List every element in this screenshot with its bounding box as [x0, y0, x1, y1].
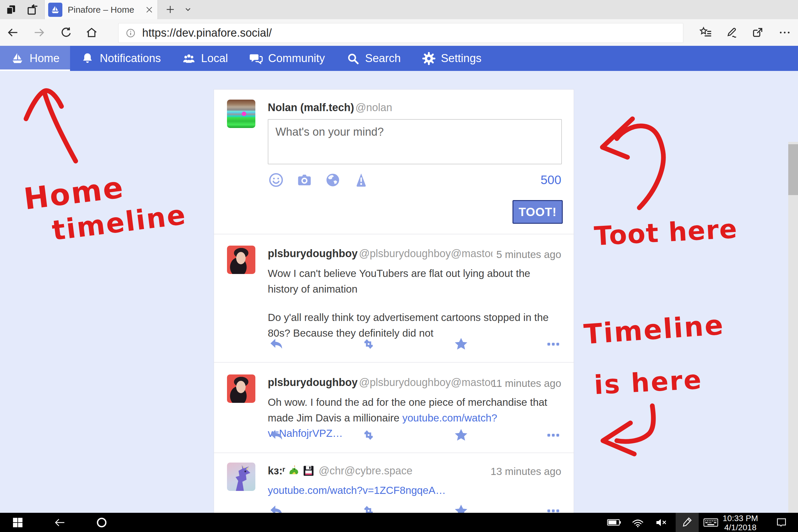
post-handle: @chr@cybre.space	[319, 464, 412, 477]
nav-item-home[interactable]: Home	[0, 46, 70, 71]
scrollbar-thumb[interactable]	[788, 144, 798, 195]
post-actions	[268, 336, 562, 353]
share-icon[interactable]	[751, 26, 764, 39]
gear-icon	[422, 52, 436, 65]
nav-label: Search	[365, 52, 400, 65]
battery-icon[interactable]	[605, 513, 623, 532]
compose-display-name: Nolan (malf.tech)	[268, 101, 354, 114]
char-count: 500	[540, 173, 561, 187]
clock-time: 10:33 PM	[717, 514, 764, 523]
divider	[214, 234, 574, 234]
muted-speaker-icon[interactable]	[653, 513, 671, 532]
screen: Pinafore – Home https://de	[0, 0, 798, 532]
chat-bubbles-icon	[249, 52, 263, 65]
post-timestamp[interactable]: 13 minutes ago	[491, 466, 561, 477]
avatar[interactable]	[227, 100, 255, 128]
post-handle: @plsburydoughboy@mastodon.s…	[359, 376, 492, 388]
nav-item-notifications[interactable]: Notifications	[70, 46, 171, 71]
browser-tab-bar: Pinafore – Home	[0, 0, 798, 19]
globe-visibility-icon[interactable]	[324, 172, 341, 188]
divider	[214, 453, 574, 453]
back-icon[interactable]	[50, 513, 69, 532]
new-tab-icon[interactable]	[163, 2, 177, 17]
avatar[interactable]	[227, 462, 255, 491]
post-display-name[interactable]: plsburydoughboy	[268, 376, 358, 388]
nav-item-search[interactable]: Search	[336, 46, 411, 71]
post-display-name[interactable]: plsburydoughboy	[268, 247, 358, 260]
post-paragraph: Wow I can't believe YouTubers are flat o…	[268, 266, 563, 297]
info-icon[interactable]	[125, 27, 136, 39]
windows-logo-icon[interactable]	[8, 513, 27, 532]
scrollbar[interactable]	[788, 142, 798, 532]
nav-item-local[interactable]: Local	[171, 46, 239, 71]
avatar[interactable]	[227, 246, 255, 274]
post-display-name[interactable]: kɜ:ʳ	[268, 464, 285, 477]
nav-label: Notifications	[100, 52, 161, 65]
reply-icon[interactable]	[268, 336, 285, 353]
pinafore-nav: Home Notifications Local Community Searc…	[0, 46, 798, 72]
tab-title: Pinafore – Home	[68, 5, 143, 15]
url-text[interactable]: https://dev.pinafore.social/	[142, 26, 272, 39]
taskbar-clock[interactable]: 10:33 PM 4/1/2018	[717, 514, 764, 532]
set-tabs-aside-icon[interactable]	[25, 3, 39, 17]
back-icon[interactable]	[6, 26, 19, 39]
forward-icon[interactable]	[33, 26, 46, 39]
avatar[interactable]	[227, 375, 255, 403]
search-icon	[346, 52, 360, 65]
dragon-emoji	[288, 464, 300, 478]
chevron-down-icon[interactable]	[181, 2, 195, 17]
nav-label: Settings	[441, 52, 481, 65]
page-background: Nolan (malf.tech) @nolan	[0, 71, 798, 513]
compose-handle: @nolan	[355, 101, 392, 114]
post-link[interactable]: youtube.com/watch?v=1ZCF8ngqeA…	[268, 484, 446, 496]
emoji-icon[interactable]	[268, 172, 284, 188]
clock-date: 4/1/2018	[717, 523, 764, 532]
refresh-icon[interactable]	[59, 26, 73, 39]
post-body: Wow I can't believe YouTubers are flat o…	[268, 266, 563, 341]
more-options-icon[interactable]	[545, 426, 562, 444]
more-options-icon[interactable]	[545, 336, 562, 353]
divider	[214, 362, 574, 363]
camera-icon[interactable]	[296, 172, 313, 188]
nav-label: Local	[201, 52, 228, 65]
boost-icon[interactable]	[360, 426, 377, 444]
nav-label: Community	[268, 52, 325, 65]
nav-label: Home	[30, 52, 59, 65]
pinafore-favicon	[48, 3, 62, 17]
sailboat-icon	[11, 52, 24, 65]
cortana-icon[interactable]	[92, 513, 111, 532]
web-note-pen-icon[interactable]	[725, 26, 739, 39]
close-icon[interactable]	[143, 3, 156, 16]
timeline-column: Nolan (malf.tech) @nolan	[214, 89, 574, 532]
people-icon	[182, 52, 196, 65]
favorite-star-icon[interactable]	[453, 426, 470, 444]
favorites-hub-icon[interactable]	[699, 26, 712, 39]
more-icon[interactable]	[778, 26, 792, 39]
wifi-icon[interactable]	[629, 513, 647, 532]
taskbar: 10:33 PM 4/1/2018	[0, 513, 798, 532]
browser-toolbar: https://dev.pinafore.social/	[0, 19, 798, 46]
post-timestamp[interactable]: 5 minutes ago	[496, 249, 561, 260]
home-icon[interactable]	[85, 26, 98, 39]
boost-icon[interactable]	[360, 336, 377, 353]
nav-item-settings[interactable]: Settings	[412, 46, 492, 71]
windows-ink-pen-icon[interactable]	[676, 513, 699, 532]
reply-icon[interactable]	[268, 426, 285, 444]
floppy-disk-emoji	[303, 465, 315, 478]
toot-button[interactable]: TOOT!	[513, 200, 563, 224]
post-timestamp[interactable]: 11 minutes ago	[491, 377, 561, 389]
nav-item-community[interactable]: Community	[239, 46, 336, 71]
post-handle: @plsburydoughboy@mastodon.so…	[359, 247, 492, 260]
action-center-icon[interactable]	[772, 513, 791, 532]
favorite-star-icon[interactable]	[453, 336, 470, 353]
compose-input[interactable]	[268, 119, 562, 164]
post-actions	[268, 426, 562, 444]
url-bar[interactable]: https://dev.pinafore.social/	[118, 23, 683, 43]
pages-icon[interactable]	[4, 3, 18, 17]
browser-tab[interactable]: Pinafore – Home	[44, 0, 158, 19]
bell-icon	[81, 52, 94, 65]
content-warning-icon[interactable]	[353, 172, 369, 188]
